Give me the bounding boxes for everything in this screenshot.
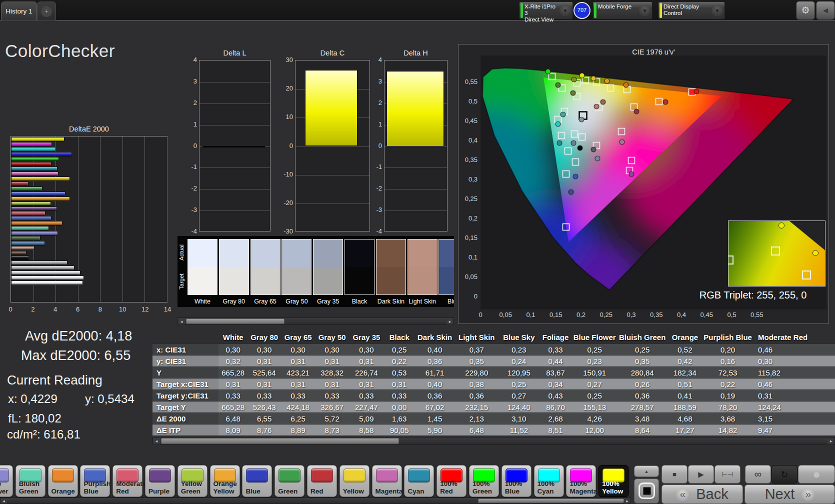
pattern-button-magenta[interactable]: Magenta [372, 465, 402, 497]
swatch-gray-65[interactable] [250, 239, 280, 295]
table-cell: 0,31 [281, 378, 315, 390]
chevron-down-icon[interactable]: ▼ [560, 5, 571, 16]
pattern-label: Cyan [408, 488, 433, 496]
pattern-button-blue-flower[interactable]: Blue Flower [0, 465, 13, 497]
pattern-button-moderate-red[interactable]: Moderate Red [112, 465, 142, 497]
scroll-left-icon[interactable]: ◂ [0, 498, 7, 504]
swatch-white[interactable] [188, 239, 218, 295]
axis-tick-label: 0,2 [460, 214, 478, 222]
table-cell: 188,59 [667, 402, 702, 413]
de-bar-cyan [11, 166, 58, 171]
meter-direct-display-control[interactable]: Direct Display Control▼ [658, 2, 725, 20]
axis-tick-label: -3 [368, 206, 382, 214]
pattern-button-orange-yellow[interactable]: Orange Yellow [210, 465, 240, 497]
table-scrollbar[interactable]: ◂ ▸ [152, 437, 835, 445]
settings-button[interactable]: ⚙ [796, 1, 815, 20]
swatch-target [282, 267, 311, 294]
table-cell: 0,32 [218, 356, 248, 367]
de-bar-green [11, 186, 42, 191]
scroll-right-icon[interactable]: ▸ [624, 498, 630, 504]
swatch-dark-skin[interactable] [376, 239, 406, 295]
record-button[interactable]: ● [798, 465, 835, 484]
meter-mobile-forge[interactable]: Mobile Forge▼ [592, 2, 652, 20]
pattern-bar-scrollbar[interactable]: ◂ ▸ [0, 498, 631, 504]
collapse-panel-button[interactable]: ◀ [816, 1, 835, 20]
tab-history-1[interactable]: History 1 [1, 2, 37, 20]
swatch-strip-scrollbar[interactable]: ◂ ▸ [178, 318, 454, 325]
table-cell: 0,40 [415, 378, 454, 390]
pattern-button-purple[interactable]: Purple [145, 465, 175, 497]
swatch-gray-35[interactable] [313, 239, 343, 295]
table-cell: 120,95 [498, 367, 539, 378]
chevron-down-icon[interactable]: ▼ [712, 5, 723, 16]
scroll-left-icon[interactable]: ◂ [153, 438, 160, 444]
pattern-button-100-green[interactable]: 100% Green [469, 465, 499, 497]
axis-tick-label: 1 [368, 120, 382, 128]
pattern-button-100-red[interactable]: 100% Red [436, 465, 466, 497]
new-tab-button[interactable]: + [37, 2, 56, 20]
scrollbar-thumb[interactable] [161, 438, 399, 444]
swatch-blue[interactable] [438, 239, 454, 295]
chevron-down-icon[interactable]: ▼ [639, 5, 650, 16]
de-bar-gray-50 [11, 266, 74, 270]
loop-button[interactable]: ∞ [745, 465, 771, 484]
table-cell: 83,67 [539, 367, 572, 378]
cie-diagram: RGB Triplet: 255, 255, 0 [480, 56, 826, 310]
swatch-black[interactable] [344, 239, 374, 295]
scroll-right-icon[interactable]: ▸ [828, 438, 834, 444]
scroll-right-icon[interactable]: ▸ [446, 318, 454, 324]
pattern-swatch [311, 468, 333, 482]
axis-tick-label: 0,4 [672, 311, 690, 318]
table-cell: 0,31 [349, 356, 384, 367]
de-bar-yellow-green [11, 202, 51, 206]
table-row: ΔE ITP8,098,768,898,738,5890,055,906,481… [152, 424, 835, 436]
swatch-light-skin[interactable] [408, 239, 438, 295]
table-cell: 0,25 [572, 390, 617, 402]
stop-button[interactable]: ■ [662, 465, 688, 484]
pattern-up-button[interactable]: ▲ [634, 466, 659, 477]
axis-tick-label: -3 [183, 206, 197, 214]
table-cell: 5,90 [415, 424, 454, 436]
pattern-button-100-magenta[interactable]: 100% Magenta [566, 465, 596, 497]
pattern-button-cyan[interactable]: Cyan [404, 465, 434, 497]
table-cell: 0,16 [702, 356, 753, 367]
table-cell: 14,82 [702, 424, 753, 436]
next-button[interactable]: Next » [744, 484, 835, 504]
table-cell: 0,30 [248, 344, 281, 356]
pattern-button-orange[interactable]: Orange [48, 465, 78, 497]
measured-point [579, 117, 584, 122]
pattern-button-100-blue[interactable]: 100% Blue [502, 465, 532, 497]
pattern-button-yellow-green[interactable]: Yellow Green [178, 465, 208, 497]
pattern-button-100-cyan[interactable]: 100% Cyan [534, 465, 564, 497]
pattern-button-green[interactable]: Green [274, 465, 304, 497]
gridline [167, 136, 168, 302]
meter-x-rite-i1pro-3[interactable]: X-Rite i1Pro 3 Direct View▼ [519, 2, 573, 20]
pattern-button-red[interactable]: Red [307, 465, 337, 497]
chart-title-delta-h: Delta H [384, 49, 448, 57]
axis-tick-label: 0,2 [572, 311, 590, 318]
axis-tick-label: 0,1 [460, 254, 478, 261]
refresh-button[interactable]: ↻ [772, 465, 798, 484]
play-button[interactable]: ▶ [688, 465, 714, 484]
axis-tick-label: 0,55 [460, 78, 478, 86]
pattern-button-blue[interactable]: Blue [242, 465, 272, 497]
meter-status-bar [660, 3, 662, 18]
table-cell: 155,13 [572, 402, 617, 413]
pattern-button-purplish-blue[interactable]: Purplish Blue [80, 465, 110, 497]
swatch-gray-50[interactable] [282, 239, 312, 295]
scrollbar-thumb[interactable] [478, 498, 624, 503]
table-cell: 4,26 [572, 413, 617, 424]
table-cell: 0,31 [315, 356, 349, 367]
pattern-label: Moderate Red [116, 480, 142, 495]
scrollbar-thumb[interactable] [186, 318, 284, 324]
back-button[interactable]: « Back [662, 484, 743, 504]
pattern-window-button[interactable] [634, 478, 659, 504]
pattern-size-button[interactable]: ⊢⊣ [714, 465, 740, 484]
pattern-button-bluish-green[interactable]: Bluish Green [16, 465, 46, 497]
pattern-button-100-yellow[interactable]: 100% Yellow [598, 465, 628, 497]
table-cell: 0,52 [667, 344, 702, 356]
scroll-left-icon[interactable]: ◂ [178, 318, 185, 324]
pattern-button-yellow[interactable]: Yellow [340, 465, 370, 497]
swatch-gray-80[interactable] [219, 239, 249, 295]
table-cell: 0,36 [415, 356, 454, 367]
